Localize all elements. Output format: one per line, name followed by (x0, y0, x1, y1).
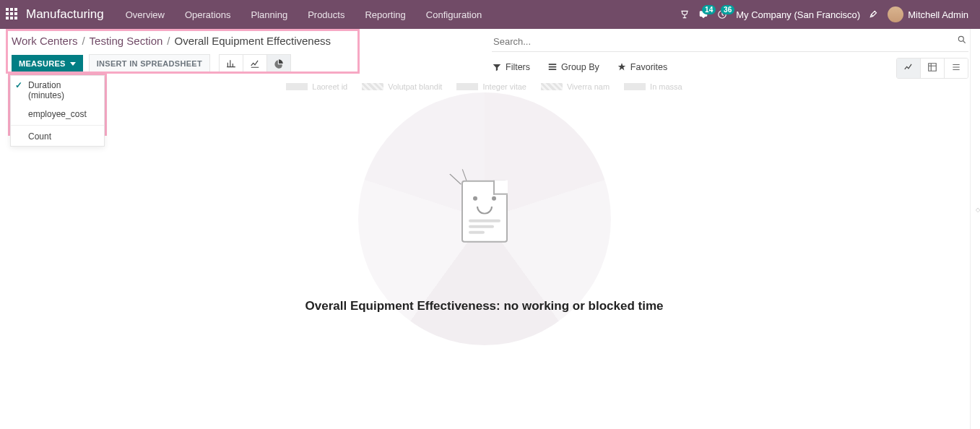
measure-duration[interactable]: Duration (minutes) (11, 76, 104, 105)
scrollbar-rail[interactable] (970, 29, 980, 429)
groupby-button[interactable]: Group By (547, 62, 599, 72)
apps-icon[interactable] (6, 8, 19, 21)
list-view-button[interactable] (944, 58, 968, 78)
breadcrumb-work-centers[interactable]: Work Centers (12, 35, 77, 47)
measures-label: MEASURES (19, 59, 66, 68)
nav-products[interactable]: Products (298, 2, 355, 27)
measure-employee-cost[interactable]: employee_cost (11, 105, 104, 124)
measures-dropdown: Duration (minutes) employee_cost Count (10, 75, 105, 147)
activities-badge: 36 (721, 5, 734, 14)
breadcrumb-current: Overall Equipment Effectiveness (175, 35, 331, 47)
debug-icon[interactable] (869, 9, 879, 20)
line-chart-button[interactable] (243, 54, 267, 73)
svg-point-1 (958, 36, 963, 41)
dropdown-divider (11, 125, 104, 126)
insert-spreadsheet-button[interactable]: INSERT IN SPREADSHEET (89, 54, 210, 73)
chart-type-group (219, 54, 291, 73)
nav-menu: Overview Operations Planning Products Re… (116, 2, 492, 27)
search-input[interactable] (492, 32, 968, 52)
bar-chart-button[interactable] (219, 54, 243, 73)
top-nav: Manufacturing Overview Operations Planni… (0, 0, 980, 29)
user-name: Mitchell Admin (908, 9, 968, 20)
empty-state: ╲ │ Overall Equipment Effectiveness: no … (0, 90, 968, 429)
favorites-button[interactable]: Favorites (617, 62, 667, 72)
groupby-label: Group By (561, 62, 599, 72)
breadcrumb-testing-section[interactable]: Testing Section (90, 35, 163, 47)
graph-view-button[interactable] (897, 58, 920, 78)
empty-message: Overall Equipment Effectiveness: no work… (305, 299, 664, 313)
messages-badge: 14 (702, 5, 716, 14)
nav-planning[interactable]: Planning (241, 2, 298, 27)
phone-icon[interactable] (680, 9, 690, 20)
nav-reporting[interactable]: Reporting (355, 2, 415, 27)
app-title[interactable]: Manufacturing (26, 7, 104, 22)
pivot-view-button[interactable] (920, 58, 944, 78)
nav-right: 14 36 My Company (San Francisco) Mitchel… (680, 6, 974, 22)
measures-button[interactable]: MEASURES (12, 55, 83, 72)
search-icon[interactable] (957, 35, 967, 47)
empty-doc-icon: ╲ │ (461, 181, 508, 243)
filters-button[interactable]: Filters (492, 62, 530, 72)
rail-marker: ◇ (976, 207, 980, 213)
messages-icon[interactable]: 14 (698, 9, 708, 20)
filters-label: Filters (506, 62, 530, 72)
avatar (888, 6, 903, 22)
nav-configuration[interactable]: Configuration (416, 2, 492, 27)
caret-down-icon (70, 62, 76, 66)
measure-count[interactable]: Count (11, 127, 104, 146)
user-menu[interactable]: Mitchell Admin (888, 6, 968, 22)
nav-overview[interactable]: Overview (116, 2, 175, 27)
pie-chart-button[interactable] (267, 54, 291, 73)
company-selector[interactable]: My Company (San Francisco) (736, 9, 860, 20)
search-area: Filters Group By Favorites (492, 32, 968, 72)
favorites-label: Favorites (630, 62, 667, 72)
activities-icon[interactable]: 36 (717, 9, 727, 20)
nav-operations[interactable]: Operations (175, 2, 241, 27)
view-switcher (896, 58, 968, 79)
